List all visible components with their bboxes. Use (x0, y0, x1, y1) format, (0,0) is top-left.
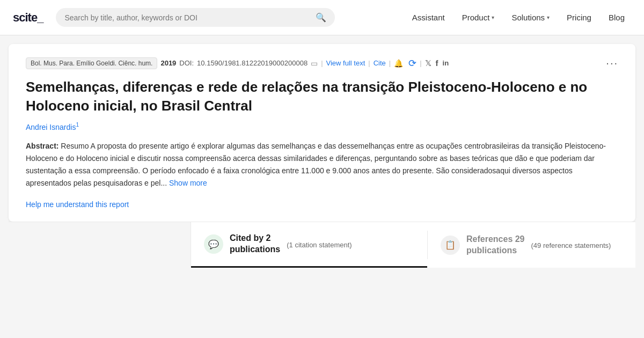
separator-1: | (321, 59, 323, 67)
tabs-section: 💬 Cited by 2 publications (1 citation st… (9, 222, 635, 268)
author-superscript: 1 (76, 122, 79, 128)
bell-icon[interactable]: 🔔 (394, 59, 403, 68)
author-link[interactable]: Andrei Isnardis1 (26, 123, 79, 131)
journal-name: Bol. Mus. Para. Emílio Goeldi. Ciênc. hu… (26, 57, 157, 69)
cite-link[interactable]: Cite (374, 59, 386, 67)
separator-2: | (368, 59, 370, 67)
facebook-icon[interactable]: f (436, 58, 438, 68)
help-link[interactable]: Help me understand this report (26, 200, 129, 209)
show-more-link[interactable]: Show more (169, 179, 207, 187)
separator-3: | (389, 59, 391, 67)
tab-left-spacer (9, 222, 191, 268)
authors-section: Andrei Isnardis1 (26, 122, 618, 131)
view-full-text-link[interactable]: View full text (326, 59, 365, 67)
social-icons: 𝕏 f in (425, 58, 449, 68)
refs-pubs-label: publications (466, 245, 525, 256)
linkedin-icon[interactable]: in (443, 59, 449, 67)
nav-product[interactable]: Product ▾ (456, 9, 501, 26)
search-icon: 🔍 (316, 12, 326, 23)
header: scite_ 🔍 Assistant Product ▾ Solutions ▾… (0, 0, 644, 35)
search-bar[interactable]: 🔍 (56, 8, 335, 27)
cited-by-sub-detail: (1 citation statement) (287, 241, 352, 249)
cited-by-text: Cited by 2 publications (230, 233, 280, 255)
abstract-text: Abstract: Resumo A proposta do presente … (26, 140, 618, 189)
references-icon: 📋 (441, 236, 460, 255)
tab-cited-by[interactable]: 💬 Cited by 2 publications (1 citation st… (191, 222, 427, 268)
refs-sub-detail: (49 reference statements) (531, 241, 611, 249)
paper-title: Semelhanças, diferenças e rede de relaçõ… (26, 78, 618, 115)
cited-by-main-label: Cited by 2 (230, 233, 280, 244)
paper-meta-bar: Bol. Mus. Para. Emílio Goeldi. Ciênc. hu… (26, 57, 618, 69)
product-chevron-icon: ▾ (492, 14, 494, 20)
cited-by-pubs-label: publications (230, 244, 280, 255)
tabs-row: 💬 Cited by 2 publications (1 citation st… (9, 222, 635, 268)
publication-year: 2019 (160, 59, 176, 67)
paper-card: Bol. Mus. Para. Emílio Goeldi. Ciênc. hu… (9, 44, 635, 222)
copy-doi-icon[interactable]: ▭ (311, 59, 318, 68)
loading-spinner: ⟳ (408, 57, 416, 69)
cited-by-icon: 💬 (204, 234, 223, 254)
tab-references[interactable]: 📋 References 29 publications (49 referen… (428, 222, 624, 268)
nav-assistant[interactable]: Assistant (406, 9, 451, 26)
doi-value: 10.1590/1981.81222019000200008 (197, 59, 308, 67)
refs-main-label: References 29 (466, 234, 525, 245)
nav-pricing[interactable]: Pricing (560, 9, 598, 26)
doi-label: DOI: (179, 59, 194, 67)
search-input[interactable] (64, 13, 311, 22)
more-options-button[interactable]: ··· (606, 57, 618, 69)
separator-4: | (420, 59, 421, 67)
refs-text: References 29 publications (466, 234, 525, 256)
logo: scite_ (13, 11, 43, 25)
nav-blog[interactable]: Blog (602, 9, 631, 26)
abstract-label: Abstract: (26, 142, 58, 150)
solutions-chevron-icon: ▾ (547, 14, 550, 20)
nav: Assistant Product ▾ Solutions ▾ Pricing … (406, 9, 631, 26)
nav-solutions[interactable]: Solutions ▾ (505, 9, 556, 26)
twitter-icon[interactable]: 𝕏 (425, 58, 431, 68)
abstract-content: Resumo A proposta do presente artigo é e… (26, 142, 606, 187)
